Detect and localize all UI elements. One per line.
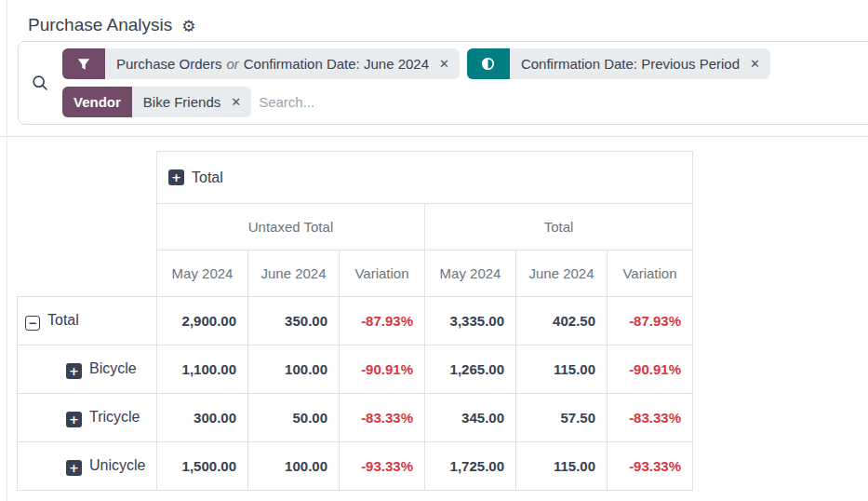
pivot-cell: 1,725.00 bbox=[425, 442, 516, 491]
search-bar: Purchase Orders or Confirmation Date: Ju… bbox=[18, 41, 868, 125]
pivot-cell: 300.00 bbox=[157, 394, 248, 442]
view-header: Purchase Analysis ⚙ bbox=[0, 0, 868, 41]
period-header[interactable]: June 2024 bbox=[248, 250, 340, 297]
vendor-facet-field: Vendor bbox=[62, 87, 132, 117]
pivot-row-tricycle: +Tricycle 300.00 50.00 -83.33% 345.00 57… bbox=[18, 394, 693, 442]
pivot-cell: 345.00 bbox=[425, 394, 516, 442]
pivot-cell-variation: -83.33% bbox=[608, 394, 693, 442]
search-input[interactable] bbox=[259, 87, 868, 117]
filter-facet: Purchase Orders or Confirmation Date: Ju… bbox=[62, 48, 460, 79]
filter-facet-value: Confirmation Date: June 2024 bbox=[244, 56, 429, 72]
pivot-cell-variation: -90.91% bbox=[608, 345, 693, 394]
vendor-facet: Vendor Bike Friends ✕ bbox=[62, 87, 251, 117]
pivot-cell-variation: -93.33% bbox=[608, 442, 693, 491]
measure-header-untaxed-total[interactable]: Untaxed Total bbox=[157, 204, 425, 250]
pivot-cell: 100.00 bbox=[248, 345, 340, 394]
pivot-cell: 402.50 bbox=[516, 297, 608, 345]
comparison-facet-value: Confirmation Date: Previous Period bbox=[521, 56, 740, 72]
row-header-bicycle[interactable]: +Bicycle bbox=[18, 345, 157, 394]
pivot-row-bicycle: +Bicycle 1,100.00 100.00 -90.91% 1,265.0… bbox=[18, 345, 693, 394]
comparison-facet: Confirmation Date: Previous Period ✕ bbox=[467, 48, 770, 79]
pivot-cell: 3,335.00 bbox=[425, 297, 516, 345]
pivot-table: + Total Untaxed Total Total May 2024 Jun… bbox=[17, 151, 693, 491]
pivot-cell-variation: -87.93% bbox=[608, 297, 693, 345]
comparison-icon bbox=[467, 48, 510, 79]
pivot-cell-variation: -87.93% bbox=[340, 297, 425, 345]
period-header[interactable]: Variation bbox=[340, 250, 425, 297]
expand-row-icon[interactable]: + bbox=[66, 412, 82, 427]
row-header-unicycle[interactable]: +Unicycle bbox=[18, 442, 157, 491]
row-header-tricycle[interactable]: +Tricycle bbox=[18, 394, 157, 442]
facet-connector: or bbox=[226, 56, 238, 72]
pivot-corner-cell bbox=[18, 152, 157, 297]
pivot-cell-variation: -83.33% bbox=[340, 394, 425, 442]
row-header-total[interactable]: −Total bbox=[18, 297, 157, 345]
expand-row-icon[interactable]: + bbox=[66, 363, 82, 379]
comparison-facet-label: Confirmation Date: Previous Period bbox=[510, 48, 747, 79]
pivot-column-group-header[interactable]: + Total bbox=[157, 152, 693, 204]
row-label: Bicycle bbox=[89, 360, 137, 376]
row-label: Unicycle bbox=[89, 457, 145, 473]
column-group-label: Total bbox=[192, 169, 223, 186]
period-header[interactable]: Variation bbox=[608, 250, 693, 297]
pivot-colgroup-row: + Total bbox=[18, 152, 693, 204]
pivot-cell-variation: -90.91% bbox=[340, 345, 425, 394]
period-header[interactable]: June 2024 bbox=[516, 250, 608, 297]
expand-column-icon[interactable]: + bbox=[168, 169, 184, 185]
remove-vendor-facet-icon[interactable]: ✕ bbox=[228, 87, 251, 117]
pivot-row-unicycle: +Unicycle 1,500.00 100.00 -93.33% 1,725.… bbox=[18, 442, 693, 491]
vendor-facet-label: Bike Friends bbox=[132, 87, 228, 117]
filter-facet-label: Purchase Orders or Confirmation Date: Ju… bbox=[105, 48, 436, 79]
pivot-cell: 115.00 bbox=[516, 345, 608, 394]
pivot-cell-variation: -93.33% bbox=[340, 442, 425, 491]
pivot-row-total: −Total 2,900.00 350.00 -87.93% 3,335.00 … bbox=[18, 297, 693, 345]
gear-icon[interactable]: ⚙ bbox=[181, 17, 195, 34]
pivot-cell: 100.00 bbox=[248, 442, 340, 491]
expand-row-icon[interactable]: + bbox=[66, 460, 82, 476]
control-panel-divider bbox=[0, 136, 868, 137]
pivot-cell: 57.50 bbox=[516, 394, 608, 442]
pivot-cell: 1,265.00 bbox=[425, 345, 516, 394]
row-label: Total bbox=[47, 312, 79, 328]
period-header[interactable]: May 2024 bbox=[157, 250, 248, 297]
pivot-cell: 1,100.00 bbox=[157, 345, 248, 394]
remove-filter-facet-icon[interactable]: ✕ bbox=[436, 48, 460, 79]
pivot-cell: 2,900.00 bbox=[157, 297, 248, 345]
measure-header-total[interactable]: Total bbox=[425, 204, 693, 250]
search-icon bbox=[19, 74, 62, 91]
period-header[interactable]: May 2024 bbox=[425, 250, 516, 297]
remove-comparison-facet-icon[interactable]: ✕ bbox=[747, 48, 770, 79]
collapse-row-icon[interactable]: − bbox=[25, 316, 40, 331]
filter-facet-value: Purchase Orders bbox=[116, 56, 221, 72]
pivot-cell: 50.00 bbox=[248, 394, 340, 442]
pivot-cell: 115.00 bbox=[516, 442, 608, 491]
page-title: Purchase Analysis bbox=[28, 15, 172, 35]
pivot-cell: 350.00 bbox=[248, 297, 340, 345]
row-label: Tricycle bbox=[89, 409, 140, 425]
pivot-cell: 1,500.00 bbox=[157, 442, 248, 491]
filter-icon bbox=[62, 48, 105, 79]
search-facets: Purchase Orders or Confirmation Date: Ju… bbox=[62, 48, 868, 117]
vendor-facet-value: Bike Friends bbox=[143, 94, 220, 110]
content-left-border bbox=[7, 0, 7, 501]
